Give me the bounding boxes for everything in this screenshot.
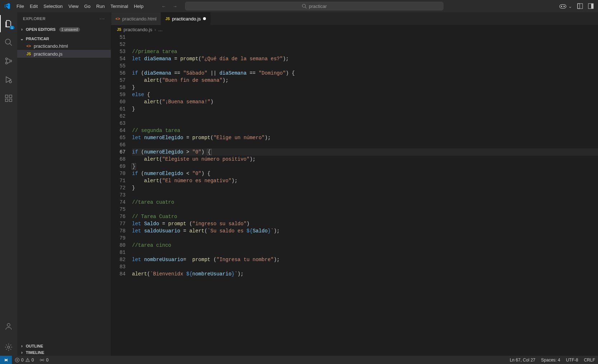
file-tree-item[interactable]: JSpracticando.js	[17, 50, 111, 58]
indent-status[interactable]: Spaces: 4	[538, 358, 563, 363]
open-editors-section[interactable]: › OPEN EDITORS 1 unsaved	[17, 26, 111, 33]
svg-point-9	[5, 39, 10, 44]
svg-point-19	[7, 323, 10, 326]
svg-rect-6	[578, 4, 580, 9]
svg-rect-17	[9, 99, 12, 101]
menu-file[interactable]: File	[14, 2, 27, 10]
activity-explorer-icon[interactable]: 1	[0, 15, 17, 32]
js-file-icon: JS	[117, 28, 121, 32]
activity-account-icon[interactable]	[0, 318, 17, 335]
more-icon[interactable]: ···	[100, 16, 105, 21]
chevron-down-icon: ⌄	[19, 36, 24, 41]
activity-settings-icon[interactable]	[0, 339, 17, 356]
svg-rect-16	[5, 99, 8, 101]
activity-search-icon[interactable]	[0, 34, 17, 51]
svg-line-1	[305, 7, 307, 9]
menu-go[interactable]: Go	[81, 2, 93, 10]
file-name: practicando.js	[34, 51, 62, 57]
chevron-right-icon: ›	[19, 344, 24, 349]
nav-back-icon[interactable]: ←	[161, 4, 166, 9]
menu-view[interactable]: View	[66, 2, 81, 10]
layout-panel-icon[interactable]	[588, 3, 594, 9]
menu-terminal[interactable]: Terminal	[108, 2, 131, 10]
editor-area: <>practicando.htmlJSpracticando.js JS pr…	[111, 12, 598, 356]
menu-edit[interactable]: Edit	[27, 2, 41, 10]
warning-icon	[25, 358, 30, 363]
svg-rect-15	[5, 95, 8, 98]
eol-status[interactable]: CRLF	[581, 358, 598, 363]
line-gutter: 5152535455565758596061626364656667686970…	[111, 34, 132, 356]
status-bar: 0 0 0 Ln 67, Col 27 Spaces: 4 UTF-8 CRLF	[0, 356, 598, 364]
ports-status[interactable]: 0	[37, 358, 51, 363]
file-tree: <>practicando.htmlJSpracticando.js	[17, 42, 111, 58]
chevron-right-icon: ›	[19, 350, 24, 355]
file-tree-item[interactable]: <>practicando.html	[17, 42, 111, 50]
sidebar-header: EXPLORER ···	[17, 12, 111, 25]
remote-button[interactable]	[0, 356, 12, 364]
nav-arrows: ← →	[161, 4, 177, 9]
menu-bar: FileEditSelectionViewGoRunTerminalHelp	[14, 2, 146, 10]
sidebar: EXPLORER ··· › OPEN EDITORS 1 unsaved ⌄ …	[17, 12, 111, 356]
titlebar: FileEditSelectionViewGoRunTerminalHelp ←…	[0, 0, 598, 12]
js-file-icon: JS	[165, 17, 170, 21]
html-file-icon: <>	[26, 43, 32, 49]
encoding-status[interactable]: UTF-8	[563, 358, 581, 363]
error-icon	[15, 358, 20, 363]
editor-tab[interactable]: JSpracticando.js	[161, 12, 210, 25]
explorer-badge: 1	[10, 26, 14, 29]
layout-editor-icon[interactable]	[577, 3, 583, 9]
svg-point-14	[9, 81, 11, 83]
outline-section[interactable]: ›OUTLINE	[17, 343, 111, 349]
breadcrumb[interactable]: JS practicando.js › …	[111, 25, 598, 34]
activity-extensions-icon[interactable]	[0, 90, 17, 107]
svg-point-4	[564, 6, 565, 7]
editor-tab[interactable]: <>practicando.html	[111, 12, 161, 25]
svg-point-0	[302, 4, 306, 8]
menu-run[interactable]: Run	[93, 2, 108, 10]
chevron-right-icon: ›	[19, 27, 24, 32]
svg-rect-18	[9, 95, 12, 98]
sidebar-title: EXPLORER	[23, 16, 46, 21]
menu-selection[interactable]: Selection	[41, 2, 65, 10]
svg-point-25	[42, 359, 43, 361]
code-editor[interactable]: 5152535455565758596061626364656667686970…	[111, 34, 598, 356]
copilot-icon[interactable]	[559, 3, 567, 9]
timeline-section[interactable]: ›TIMELINE	[17, 349, 111, 356]
editor-tabs: <>practicando.htmlJSpracticando.js	[111, 12, 598, 25]
unsaved-badge: 1 unsaved	[59, 27, 80, 32]
svg-line-10	[10, 43, 12, 46]
cursor-position[interactable]: Ln 67, Col 27	[507, 358, 538, 363]
menu-help[interactable]: Help	[131, 2, 146, 10]
command-center[interactable]: practicar	[185, 2, 443, 10]
folder-root-section[interactable]: ⌄ PRACTICAR	[17, 36, 111, 42]
nav-forward-icon[interactable]: →	[173, 4, 177, 9]
svg-point-12	[6, 62, 8, 64]
dirty-indicator-icon	[203, 17, 206, 20]
code-content[interactable]: //primera tarealet diaSemana = prompt("¿…	[132, 34, 598, 356]
js-file-icon: JS	[26, 51, 32, 57]
svg-rect-5	[578, 4, 583, 9]
svg-rect-2	[560, 5, 566, 9]
svg-point-13	[10, 60, 12, 62]
chevron-down-icon[interactable]: ⌄	[568, 4, 572, 9]
search-icon	[302, 4, 307, 9]
command-center-text: practicar	[309, 4, 327, 9]
file-name: practicando.html	[34, 43, 68, 49]
activity-run-icon[interactable]	[0, 71, 17, 88]
problems-status[interactable]: 0 0	[12, 358, 37, 363]
html-file-icon: <>	[116, 16, 120, 21]
activity-scm-icon[interactable]	[0, 52, 17, 70]
vscode-logo-icon	[4, 3, 11, 10]
activity-bar: 1	[0, 12, 17, 356]
svg-point-11	[6, 58, 8, 60]
svg-point-20	[8, 346, 10, 348]
svg-point-3	[561, 6, 562, 7]
radio-icon	[39, 358, 44, 363]
svg-rect-8	[591, 4, 593, 9]
